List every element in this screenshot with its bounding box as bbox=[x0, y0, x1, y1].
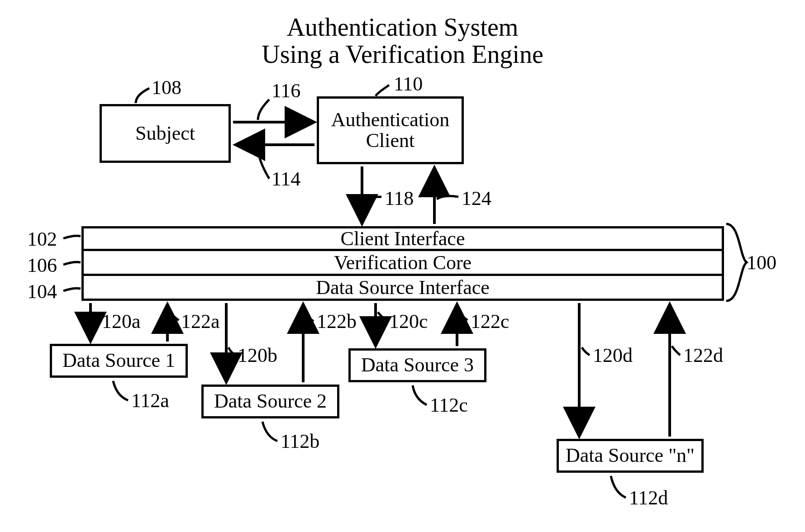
box-dsn: Data Source "n" bbox=[557, 439, 704, 473]
bar-verification-core-label: Verification Core bbox=[334, 251, 472, 274]
label-110: 110 bbox=[394, 72, 423, 95]
label-118: 118 bbox=[385, 187, 414, 210]
label-114: 114 bbox=[272, 167, 300, 190]
box-auth-client-label: Authentication Client bbox=[331, 109, 450, 151]
box-auth-client: Authentication Client bbox=[317, 96, 464, 164]
box-ds1: Data Source 1 bbox=[50, 344, 188, 378]
box-ds2-label: Data Source 2 bbox=[214, 391, 327, 412]
diagram-title-line2: Using a Verification Engine bbox=[0, 41, 805, 69]
label-112c: 112c bbox=[430, 394, 468, 417]
label-112a: 112a bbox=[131, 389, 169, 412]
box-subject-label: Subject bbox=[135, 123, 195, 144]
bar-client-interface: Client Interface bbox=[81, 226, 724, 251]
label-120c: 120c bbox=[389, 310, 428, 333]
label-122a: 122a bbox=[181, 310, 220, 333]
label-120b: 120b bbox=[238, 344, 277, 367]
label-122d: 122d bbox=[683, 344, 723, 367]
label-122c: 122c bbox=[471, 310, 510, 333]
label-104: 104 bbox=[27, 280, 57, 303]
bar-client-interface-label: Client Interface bbox=[341, 227, 465, 250]
box-ds1-label: Data Source 1 bbox=[62, 350, 175, 371]
label-124: 124 bbox=[462, 187, 491, 210]
label-106: 106 bbox=[27, 254, 57, 277]
label-120a: 120a bbox=[102, 310, 141, 333]
label-108: 108 bbox=[152, 76, 181, 99]
box-dsn-label: Data Source "n" bbox=[566, 445, 695, 466]
label-100: 100 bbox=[747, 251, 776, 274]
diagram-title-line1: Authentication System bbox=[0, 14, 805, 42]
box-ds2: Data Source 2 bbox=[201, 385, 339, 418]
bar-data-source-interface-label: Data Source Interface bbox=[316, 276, 490, 299]
label-102: 102 bbox=[27, 228, 57, 251]
label-120d: 120d bbox=[593, 344, 633, 367]
box-ds3-label: Data Source 3 bbox=[361, 355, 474, 375]
label-116: 116 bbox=[272, 79, 300, 102]
bar-data-source-interface: Data Source Interface bbox=[81, 276, 724, 301]
box-ds3: Data Source 3 bbox=[348, 348, 486, 382]
label-112d: 112d bbox=[629, 486, 668, 509]
diagram-stage: Authentication System Using a Verificati… bbox=[0, 0, 805, 532]
label-112b: 112b bbox=[281, 430, 319, 453]
bar-verification-core: Verification Core bbox=[81, 251, 724, 276]
box-subject: Subject bbox=[100, 104, 231, 163]
label-122b: 122b bbox=[317, 310, 357, 333]
